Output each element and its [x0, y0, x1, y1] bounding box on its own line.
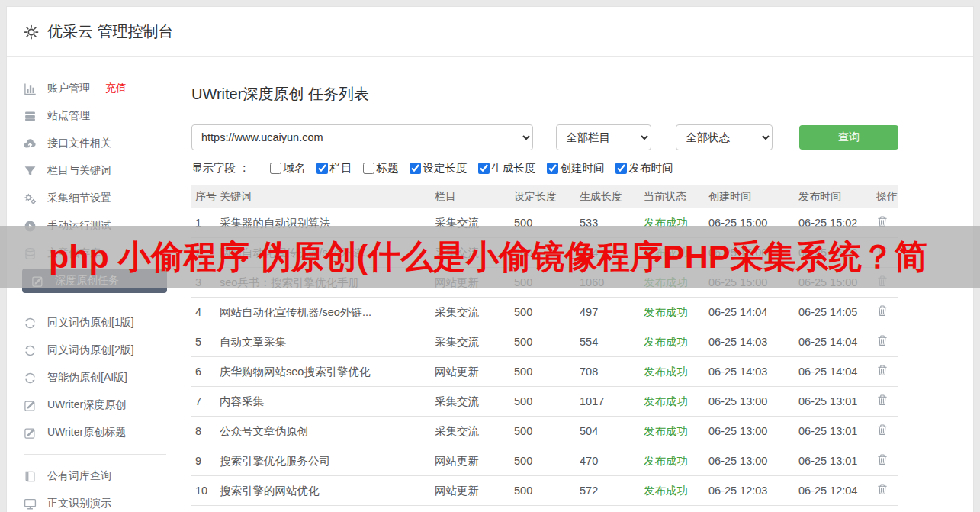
site-select[interactable]: https://www.ucaiyun.com: [191, 124, 533, 150]
field-checkbox-label: 生成长度: [492, 161, 536, 175]
sidebar-item[interactable]: 栏目与关键词: [7, 157, 191, 185]
delete-icon[interactable]: [876, 334, 888, 347]
table-header-cell: 关键词: [220, 190, 435, 204]
cell-gen-length: 572: [580, 485, 644, 497]
field-checkbox-input[interactable]: [316, 163, 328, 174]
sidebar-item[interactable]: UWriter原创标题: [7, 419, 191, 446]
sidebar-item[interactable]: 同义词伪原创[2版]: [7, 337, 191, 364]
sidebar-divider: [24, 301, 166, 301]
cell-set-length: 500: [514, 425, 580, 437]
sidebar-item[interactable]: 智能伪原创[AI版]: [7, 364, 191, 391]
cell-keyword: 庆华购物网站seo搜索引擎优化: [220, 365, 435, 379]
cell-status: 发布成功: [644, 305, 708, 320]
cell-actions: [876, 394, 898, 409]
field-checkbox-input[interactable]: [270, 163, 281, 174]
field-checkbox[interactable]: 生成长度: [478, 161, 536, 175]
sidebar-item-label: UWriter原创标题: [47, 426, 126, 440]
delete-icon[interactable]: [876, 394, 888, 407]
table-row: 7 内容采集 采集交流 500 1017 发布成功 06-25 13:00 06…: [191, 387, 898, 417]
cell-keyword: 自动文章采集: [220, 335, 435, 349]
cell-set-length: 500: [514, 365, 580, 378]
sidebar-item-label: 同义词伪原创[2版]: [47, 343, 134, 357]
sidebar-item[interactable]: 同义词伪原创[1版]: [7, 309, 191, 337]
cell-index: 10: [191, 485, 220, 497]
app-header: 优采云 管理控制台: [7, 7, 973, 57]
sidebar-item[interactable]: 账户管理 充值: [7, 75, 191, 102]
status-select[interactable]: 全部状态: [676, 124, 773, 150]
delete-icon[interactable]: [876, 364, 888, 377]
sidebar-item[interactable]: 正文识别演示: [7, 490, 191, 512]
field-checkbox-input[interactable]: [410, 163, 421, 174]
sidebar-item[interactable]: 采集细节设置: [7, 185, 191, 212]
delete-icon[interactable]: [876, 423, 888, 436]
table-row: 10 搜索引擎的网站优化 网站更新 500 572 发布成功 06-25 12:…: [191, 476, 898, 506]
field-checkbox-label: 发布时间: [629, 161, 673, 175]
cell-set-length: 500: [514, 395, 580, 407]
field-checkbox-label: 标题: [377, 161, 399, 175]
field-checkbox-input[interactable]: [478, 163, 490, 174]
cell-created: 06-25 14:03: [708, 336, 798, 348]
cell-set-length: 500: [514, 455, 580, 467]
delete-icon[interactable]: [876, 483, 888, 496]
table-header-cell: 设定长度: [514, 190, 580, 204]
cell-status: 发布成功: [644, 484, 708, 498]
cell-index: 5: [191, 336, 220, 348]
cell-keyword: 内容采集: [220, 394, 435, 409]
cell-gen-length: 504: [580, 425, 644, 437]
cell-created: 06-25 13:00: [708, 425, 798, 437]
field-checkbox[interactable]: 创建时间: [547, 161, 605, 175]
sidebar-item[interactable]: 站点管理: [7, 102, 191, 130]
cell-gen-length: 554: [580, 336, 644, 348]
field-checkbox[interactable]: 设定长度: [410, 161, 468, 175]
table-header-cell: 序号: [191, 190, 220, 204]
field-checkbox-input[interactable]: [363, 163, 374, 174]
sidebar-section-pseudo: 同义词伪原创[1版] 同义词伪原创[2版] 智能伪原创[AI版] UWriter…: [7, 309, 191, 446]
column-select[interactable]: 全部栏目: [556, 124, 651, 150]
filter-row: https://www.ucaiyun.com 全部栏目 全部状态 查询: [191, 124, 898, 150]
cell-column: 采集交流: [435, 305, 514, 320]
cell-actions: [876, 453, 898, 469]
sidebar-section-tools: 公有词库查询 正文识别演示: [7, 462, 191, 512]
cell-index: 9: [191, 455, 220, 467]
cell-status: 发布成功: [644, 454, 708, 469]
book-icon: [24, 470, 37, 483]
delete-icon[interactable]: [876, 304, 888, 317]
table-row: 4 网站自动化宣传机器/seo外链... 采集交流 500 497 发布成功 0…: [191, 298, 898, 327]
sidebar-item-label: 栏目与关键词: [47, 164, 111, 178]
cell-published: 06-25 14:04: [798, 336, 876, 348]
refresh-icon: [24, 317, 37, 330]
field-checkbox[interactable]: 栏目: [316, 161, 352, 175]
field-checkbox[interactable]: 域名: [270, 161, 306, 175]
cell-index: 4: [191, 306, 220, 318]
monitor-icon: [24, 498, 37, 510]
sidebar-item-label: 接口文件相关: [47, 137, 111, 150]
cell-published: 06-25 12:04: [798, 485, 876, 497]
cell-actions: [876, 364, 898, 379]
table-row: 6 庆华购物网站seo搜索引擎优化 网站更新 500 708 发布成功 06-2…: [191, 357, 898, 387]
cell-set-length: 500: [514, 485, 580, 497]
sidebar-item[interactable]: UWriter深度原创: [7, 391, 191, 419]
delete-icon[interactable]: [876, 453, 888, 466]
gears-icon: [24, 192, 37, 205]
cell-column: 网站更新: [435, 454, 514, 469]
cell-created: 06-25 13:00: [708, 455, 798, 467]
cell-published: 06-25 13:01: [798, 425, 876, 437]
display-fields-row: 显示字段 ： 域名 栏目 标题 设定长度 生成长度: [191, 161, 898, 175]
field-checkbox-input[interactable]: [615, 163, 627, 174]
field-checkbox[interactable]: 标题: [363, 161, 399, 175]
sidebar-item[interactable]: 公有词库查询: [7, 462, 191, 490]
query-button[interactable]: 查询: [799, 125, 898, 150]
watermark-text: php 小偷程序 伪原创(什么是小偷镜像程序PHP采集系统？简: [49, 235, 927, 279]
sidebar-item-badge[interactable]: 充值: [105, 82, 127, 95]
page-title: UWriter深度原创 任务列表: [191, 58, 898, 105]
field-checkbox-input[interactable]: [547, 163, 558, 174]
sidebar-divider: [24, 454, 166, 455]
sidebar-item[interactable]: 接口文件相关: [7, 130, 191, 157]
cell-set-length: 500: [514, 336, 580, 348]
field-checkbox[interactable]: 发布时间: [615, 161, 673, 175]
pencil-square-icon: [24, 427, 37, 440]
sidebar-item-label: UWriter深度原创: [47, 398, 126, 412]
cell-column: 采集交流: [435, 394, 514, 409]
cell-created: 06-25 12:03: [708, 485, 798, 497]
cell-actions: [876, 304, 898, 320]
